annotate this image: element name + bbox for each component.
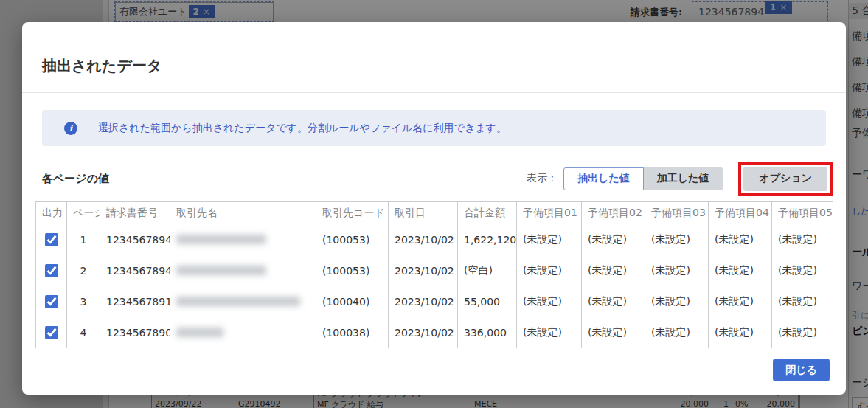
col-page: ページ	[67, 202, 100, 224]
col-spare-02: 予備項目02	[582, 202, 645, 224]
table-row: 3 1234567891 (100040) 2023/10/02 55,000 …	[36, 286, 833, 317]
date-cell: 2023/10/02	[389, 286, 458, 317]
spare-cell: (未設定)	[645, 224, 709, 255]
total-cell: 55,000	[458, 286, 517, 317]
page-cell: 4	[67, 317, 100, 348]
spare-cell: (未設定)	[709, 317, 772, 348]
total-cell: (空白)	[458, 255, 517, 286]
spare-cell: (未設定)	[772, 286, 833, 317]
display-controls: 表示： 抽出した値 加工した値 オプション	[527, 162, 833, 196]
table-controls-row: 各ページの値 表示： 抽出した値 加工した値 オプション	[35, 167, 833, 190]
extracted-data-modal: 抽出されたデータ i 選択された範囲から抽出されたデータです。分割ルールやファイ…	[22, 22, 846, 395]
invoice-no-cell: 1234567891	[100, 286, 170, 317]
col-date: 取引日	[389, 202, 458, 224]
redacted-client-name	[176, 328, 223, 337]
client-name-cell	[170, 255, 316, 286]
info-banner-text: 選択された範囲から抽出されたデータです。分割ルールやファイル名に利用できます。	[98, 122, 507, 135]
spare-cell: (未設定)	[772, 224, 833, 255]
row-output-checkbox[interactable]	[45, 233, 58, 246]
client-name-cell	[170, 286, 316, 317]
divider	[22, 92, 846, 93]
client-code-cell: (100038)	[316, 317, 389, 348]
info-icon: i	[64, 122, 77, 135]
toggle-extracted-value[interactable]: 抽出した値	[563, 167, 644, 190]
col-spare-01: 予備項目01	[517, 202, 582, 224]
table-header-row: 出力 ページ 請求書番号 取引先名 取引先コード 取引日 合計金額 予備項目01…	[36, 202, 833, 224]
spare-cell: (未設定)	[582, 224, 645, 255]
col-spare-03: 予備項目03	[645, 202, 709, 224]
spare-cell: (未設定)	[645, 286, 709, 317]
table-row: 2 1234567894 (100053) 2023/10/02 (空白) (未…	[36, 255, 833, 286]
date-cell: 2023/10/02	[389, 255, 458, 286]
table-row: 4 1234567890 (100038) 2023/10/02 336,000…	[36, 317, 833, 348]
invoice-no-cell: 1234567894	[100, 224, 170, 255]
client-name-cell	[170, 224, 316, 255]
col-client-code: 取引先コード	[316, 202, 389, 224]
col-invoice-no: 請求書番号	[100, 202, 170, 224]
total-cell: 1,622,120	[458, 224, 517, 255]
spare-cell: (未設定)	[517, 224, 582, 255]
col-client-name: 取引先名	[170, 202, 316, 224]
spare-cell: (未設定)	[517, 317, 582, 348]
section-title: 各ページの値	[42, 172, 109, 186]
client-code-cell: (100040)	[316, 286, 389, 317]
col-total: 合計金額	[458, 202, 517, 224]
page-cell: 1	[67, 224, 100, 255]
page-cell: 3	[67, 286, 100, 317]
client-code-cell: (100053)	[316, 255, 389, 286]
spare-cell: (未設定)	[645, 317, 709, 348]
client-code-cell: (100053)	[316, 224, 389, 255]
spare-cell: (未設定)	[582, 317, 645, 348]
spare-cell: (未設定)	[772, 317, 833, 348]
display-label: 表示：	[527, 172, 558, 185]
total-cell: 336,000	[458, 317, 517, 348]
spare-cell: (未設定)	[517, 255, 582, 286]
annotation-highlight-box: オプション	[738, 162, 833, 196]
row-output-checkbox[interactable]	[45, 295, 58, 308]
client-name-cell	[170, 317, 316, 348]
date-cell: 2023/10/02	[389, 224, 458, 255]
invoice-no-cell: 1234567890	[100, 317, 170, 348]
date-cell: 2023/10/02	[389, 317, 458, 348]
redacted-client-name	[176, 235, 266, 244]
value-toggle: 抽出した値 加工した値	[563, 167, 723, 190]
spare-cell: (未設定)	[709, 255, 772, 286]
row-output-checkbox[interactable]	[45, 264, 58, 277]
spare-cell: (未設定)	[517, 286, 582, 317]
page-cell: 2	[67, 255, 100, 286]
redacted-client-name	[176, 297, 300, 306]
col-spare-05: 予備項目05	[772, 202, 833, 224]
spare-cell: (未設定)	[772, 255, 833, 286]
spare-cell: (未設定)	[709, 286, 772, 317]
spare-cell: (未設定)	[709, 224, 772, 255]
spare-cell: (未設定)	[645, 255, 709, 286]
spare-cell: (未設定)	[582, 255, 645, 286]
toggle-processed-value[interactable]: 加工した値	[644, 167, 723, 190]
options-button[interactable]: オプション	[743, 167, 827, 191]
invoice-no-cell: 1234567894	[100, 255, 170, 286]
col-output: 出力	[36, 202, 67, 224]
info-banner: i 選択された範囲から抽出されたデータです。分割ルールやファイル名に利用できます…	[42, 110, 826, 146]
redacted-client-name	[176, 266, 266, 275]
table-row: 1 1234567894 (100053) 2023/10/02 1,622,1…	[36, 224, 833, 255]
extracted-data-table: 出力 ページ 請求書番号 取引先名 取引先コード 取引日 合計金額 予備項目01…	[35, 201, 833, 348]
col-spare-04: 予備項目04	[709, 202, 772, 224]
row-output-checkbox[interactable]	[45, 326, 58, 339]
modal-title: 抽出されたデータ	[42, 56, 162, 76]
spare-cell: (未設定)	[582, 286, 645, 317]
close-button[interactable]: 閉じる	[773, 359, 830, 381]
